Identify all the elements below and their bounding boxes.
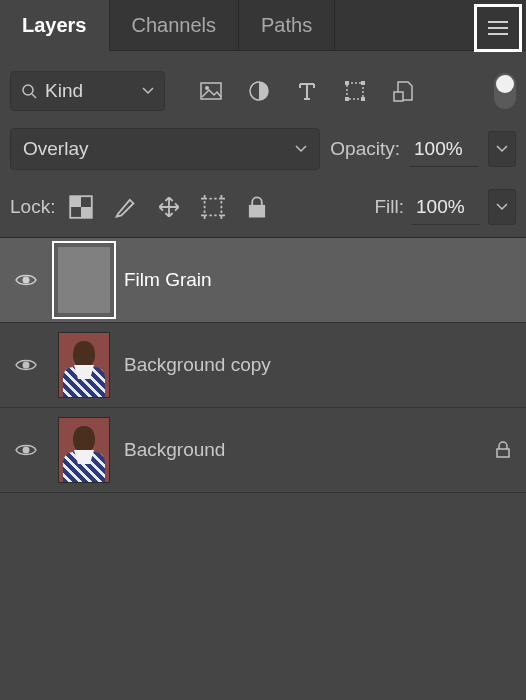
panel-menu-button[interactable] [474,4,522,52]
svg-point-6 [205,86,209,90]
svg-rect-16 [81,207,92,218]
opacity-dropdown-button[interactable] [488,131,516,167]
layer-thumbnail[interactable] [58,417,110,483]
filter-type-icons [199,79,415,103]
filter-smartobject-icon[interactable] [391,79,415,103]
blend-mode-dropdown[interactable]: Overlay [10,128,320,170]
hamburger-icon [487,20,509,36]
filter-type-icon[interactable] [295,79,319,103]
opacity-label: Opacity: [330,138,400,160]
fill-input[interactable]: 100% [412,190,480,225]
filter-adjustment-icon[interactable] [247,79,271,103]
lock-label: Lock: [10,196,55,218]
svg-rect-17 [205,199,222,216]
chevron-down-icon [142,87,154,95]
fill-label: Fill: [374,196,404,218]
filter-toggle[interactable] [494,73,516,109]
lock-transparency-icon[interactable] [69,195,93,219]
lock-pixels-icon[interactable] [113,195,137,219]
opacity-input[interactable]: 100% [410,132,478,167]
tab-channels[interactable]: Channels [110,0,240,50]
chevron-down-icon [295,145,307,153]
fill-dropdown-button[interactable] [488,189,516,225]
layers-panel: Layers Channels Paths Kind [0,0,526,700]
svg-rect-9 [345,81,349,85]
blend-mode-value: Overlay [23,138,88,160]
layer-thumbnail[interactable] [58,332,110,398]
svg-point-19 [23,277,30,284]
layer-name: Background copy [124,354,476,376]
svg-point-3 [23,85,33,95]
svg-point-20 [23,362,30,369]
svg-rect-18 [250,206,264,217]
blend-row: Overlay Opacity: 100% [10,125,516,173]
visibility-toggle[interactable] [8,442,44,458]
filter-kind-dropdown[interactable]: Kind [10,71,165,111]
panel-content: Kind [0,51,526,503]
filter-row: Kind [10,67,516,115]
tab-layers[interactable]: Layers [0,0,110,51]
tab-paths[interactable]: Paths [239,0,335,50]
panel-tab-bar: Layers Channels Paths [0,0,526,51]
lock-row: Lock: Fill: 100% [10,183,516,231]
svg-rect-13 [394,92,403,101]
svg-rect-22 [497,449,509,457]
filter-pixel-icon[interactable] [199,79,223,103]
layer-row[interactable]: Film Grain [0,238,526,323]
svg-rect-12 [361,97,365,101]
svg-rect-10 [361,81,365,85]
chevron-down-icon [496,145,508,153]
visibility-toggle[interactable] [8,357,44,373]
visibility-toggle[interactable] [8,272,44,288]
layer-lock-indicator [490,441,516,459]
search-icon [21,83,37,99]
chevron-down-icon [496,203,508,211]
lock-all-icon[interactable] [245,195,269,219]
filter-kind-label: Kind [45,80,134,102]
svg-rect-15 [71,196,82,207]
lock-icon-group [69,195,269,219]
svg-rect-11 [345,97,349,101]
lock-position-icon[interactable] [157,195,181,219]
layer-thumbnail[interactable] [58,247,110,313]
filter-shape-icon[interactable] [343,79,367,103]
layer-name: Background [124,439,476,461]
layer-row[interactable]: Background [0,408,526,493]
layers-list: Film Grain Background copy [0,238,526,493]
lock-icon [494,441,512,459]
layer-row[interactable]: Background copy [0,323,526,408]
lock-artboard-icon[interactable] [201,195,225,219]
svg-rect-8 [347,83,363,99]
layer-name: Film Grain [124,269,476,291]
svg-line-4 [32,94,36,98]
svg-point-21 [23,447,30,454]
fill-group: Fill: 100% [374,189,516,225]
